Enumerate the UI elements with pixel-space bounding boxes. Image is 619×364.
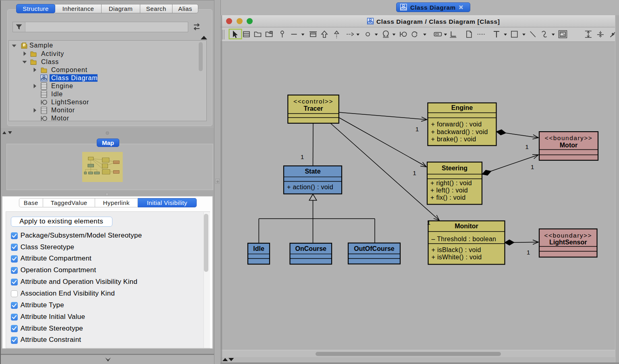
svg-text:+ backward() : void: + backward() : void xyxy=(431,128,488,135)
svg-text:Component: Component xyxy=(51,66,87,73)
svg-text:1: 1 xyxy=(415,126,419,132)
svg-text:+ fix() : void: + fix() : void xyxy=(430,194,465,201)
svg-text:Steering: Steering xyxy=(442,165,467,172)
svg-text:Monitor: Monitor xyxy=(455,223,478,230)
svg-text:LightSensor: LightSensor xyxy=(51,99,89,105)
svg-text:Motor: Motor xyxy=(560,142,577,149)
svg-text:+ isBlack() : void: + isBlack() : void xyxy=(432,246,481,253)
svg-text:Activity: Activity xyxy=(41,50,64,57)
svg-text:+ left() : void: + left() : void xyxy=(430,187,468,194)
svg-text:Motor: Motor xyxy=(51,115,69,122)
svg-text:1: 1 xyxy=(527,249,530,256)
svg-text:OnCourse: OnCourse xyxy=(295,245,326,252)
svg-text:+ right() : void: + right() : void xyxy=(430,180,472,186)
svg-text:Class: Class xyxy=(41,58,59,65)
svg-text:<<boundary>>: <<boundary>> xyxy=(544,232,592,239)
svg-text:Engine: Engine xyxy=(451,104,473,111)
svg-text:Monitor: Monitor xyxy=(51,107,75,114)
svg-text:<<control>>: <<control>> xyxy=(293,98,333,105)
svg-text:<<boundary>>: <<boundary>> xyxy=(545,134,593,141)
svg-text:1: 1 xyxy=(413,170,416,176)
svg-text:Sample: Sample xyxy=(29,42,53,49)
svg-text:1: 1 xyxy=(525,143,529,150)
svg-text:P: P xyxy=(23,43,25,47)
svg-text:– Threshold : boolean: – Threshold : boolean xyxy=(432,236,496,242)
svg-text:State: State xyxy=(305,168,320,175)
svg-text:+ brake() : void: + brake() : void xyxy=(431,136,476,143)
svg-text:1: 1 xyxy=(427,219,430,226)
svg-text:Idle: Idle xyxy=(253,245,264,252)
svg-text:OutOfCourse: OutOfCourse xyxy=(354,245,395,252)
svg-text:1: 1 xyxy=(531,163,534,170)
svg-text:1: 1 xyxy=(301,153,304,160)
svg-text:+ action() : void: + action() : void xyxy=(287,184,333,190)
svg-text:Engine: Engine xyxy=(51,83,73,89)
svg-text:Idle: Idle xyxy=(51,91,63,97)
svg-text:LightSensor: LightSensor xyxy=(549,239,587,246)
svg-text:Tracer: Tracer xyxy=(304,105,323,112)
svg-text:+ forward() : void: + forward() : void xyxy=(431,121,482,128)
svg-text:+ isWhite() : void: + isWhite() : void xyxy=(432,254,482,261)
svg-text:Class Diagram: Class Diagram xyxy=(51,74,98,81)
